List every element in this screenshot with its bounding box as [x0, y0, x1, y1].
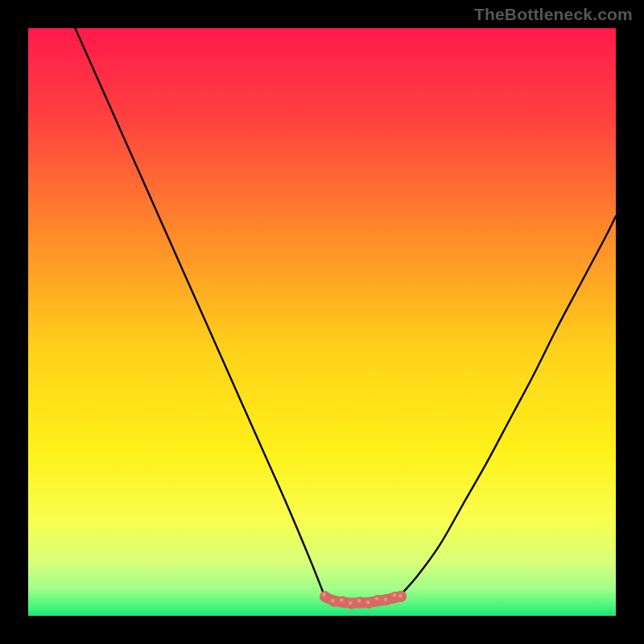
plot-area	[28, 28, 616, 616]
trough-bead-highlight	[366, 601, 370, 605]
chart-frame: TheBottleneck.com	[0, 0, 644, 644]
trough-bead-highlight	[331, 599, 335, 603]
trough-bead-highlight	[340, 598, 344, 602]
trough-bead-highlight	[357, 599, 361, 603]
trough-bead-highlight	[375, 597, 379, 601]
trough-bead-highlight	[322, 592, 326, 597]
curve-right-branch	[398, 217, 616, 597]
trough-bead-highlight	[393, 593, 397, 597]
trough-bead-highlight	[384, 597, 388, 601]
curve-left-branch	[75, 28, 324, 597]
trough-marker-group	[320, 591, 406, 609]
trough-bead-highlight	[398, 594, 402, 598]
curve-layer	[28, 28, 616, 616]
watermark-text: TheBottleneck.com	[474, 5, 633, 24]
trough-bead-highlight	[349, 601, 353, 605]
